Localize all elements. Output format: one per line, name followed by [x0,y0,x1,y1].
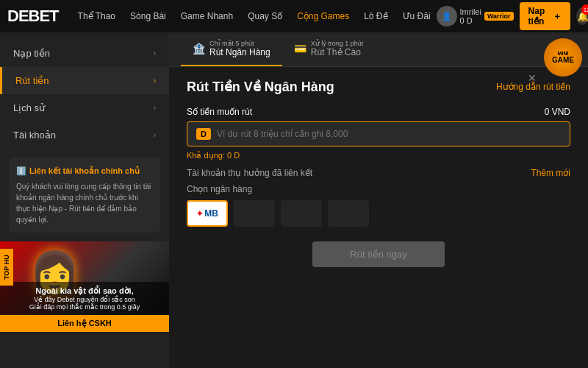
amount-input[interactable] [217,129,561,139]
tab-rut-the-cao-content: Xử lý trong 1 phút Rút Thẻ Cào [311,40,364,57]
banner-sub-text: Về đây Debet nguyên đổi sắc son [4,296,165,303]
main-wrap: Nạp tiền › Rút tiền › Lịch sử › Tài khoả… [0,32,588,368]
user-name-balance: Imrilei 0 D [460,7,481,25]
nap-tien-label: Nap tiền [528,6,551,26]
bank-list: ✦ MB [187,200,570,227]
tab-rut-ngan-hang-content: Chỉ mất 5 phút Rút Ngân Hàng [209,40,270,57]
chevron-right-icon-2: › [154,104,156,112]
nav-lo-de[interactable]: Lô Đề [358,8,393,24]
banner-sub2-text: Giải đáp mọi thắc mắc trong 0.5 giây [4,303,165,311]
user-info: 👤 Imrilei 0 D Warrior [437,6,514,26]
tab-rut-ngan-hang-label: Rút Ngân Hàng [209,47,270,57]
lien-he-button[interactable]: Liên hệ CSKH [0,315,169,332]
sidebar-info-title: ℹ️ Liên kết tài khoản chính chủ [16,165,153,177]
kha-dung-row: Khả dụng: 0 D [187,151,570,160]
tab-rut-the-cao-label: Rút Thẻ Cào [311,47,364,57]
sidebar-rut-tien-label: Rút tiền [15,75,49,86]
info-icon: ℹ️ [16,165,26,177]
tab-rut-ngan-hang[interactable]: 🏦 Chỉ mất 5 phút Rút Ngân Hàng [181,32,282,66]
chevron-right-icon: › [154,49,156,57]
bank-item-empty-2[interactable] [281,200,322,227]
mini-game-line1: MINI [558,51,569,56]
amount-value: 0 VND [545,107,570,117]
form-area: Rút Tiền Về Ngân Hàng Hướng dẫn rút tiền… [169,67,588,279]
bank-item-empty-3[interactable] [328,200,369,227]
plus-icon: ＋ [553,10,562,23]
banner-text: Ngoài kia vật đổi sao dời, Về đây Debet … [0,282,169,315]
top-hu-banner: TOP HU 👩 Ngoài kia vật đổi sao dời, Về đ… [0,241,169,332]
user-balance: 0 D [460,16,481,25]
sidebar-item-nap-tien[interactable]: Nạp tiền › [0,40,169,67]
sidebar-info-box: ℹ️ Liên kết tài khoản chính chủ Quý khác… [9,158,160,233]
them-moi-link[interactable]: Thêm mới [531,168,570,178]
sidebar-nap-tien-label: Nạp tiền [13,48,50,59]
bank-item-empty-1[interactable] [234,200,275,227]
topnav: DEBET Thể Thao Sòng Bài Game Nhanh Quay … [0,0,588,32]
tai-khoan-label: Tài khoản thụ hưởng đã liên kết [187,168,312,178]
card-icon: 💳 [294,43,306,54]
avatar: 👤 [437,6,457,26]
nav-right: 👤 Imrilei 0 D Warrior Nap tiền ＋ 🔔 12 [437,2,588,30]
form-title: Rút Tiền Về Ngân Hàng [187,79,334,95]
amount-label-text: Số tiền muốn rút [187,107,252,117]
banner-main-text: Ngoài kia vật đổi sao dời, [4,286,165,296]
tai-khoan-row: Tài khoản thụ hưởng đã liên kết Thêm mới [187,168,570,178]
logo-bet: BET [29,7,59,25]
close-icon[interactable]: ✕ [528,72,537,84]
nav-cong-games[interactable]: Cộng Games [291,8,355,24]
tab-bar: 🏦 Chỉ mất 5 phút Rút Ngân Hàng 💳 Xử lý t… [169,32,588,67]
logo-de: DE [7,7,29,25]
notification-icon[interactable]: 🔔 12 [576,7,588,25]
sidebar-lich-su-label: Lịch sử [13,102,45,113]
tab-rut-the-cao[interactable]: 💳 Xử lý trong 1 phút Rút Thẻ Cào [282,32,376,66]
kha-dung-label: Khả dụng: [187,151,225,160]
sidebar-tai-khoan-label: Tài khoản [13,130,56,141]
nav-the-thao[interactable]: Thể Thao [72,8,121,24]
nav-song-bai[interactable]: Sòng Bài [124,8,172,24]
amount-input-wrap[interactable]: D [187,121,570,146]
chevron-right-active-icon: › [154,77,156,85]
nav-game-nhanh[interactable]: Game Nhanh [175,8,239,24]
user-name: Imrilei [460,7,481,16]
bank-item-mb[interactable]: ✦ MB [187,200,228,227]
sidebar: Nạp tiền › Rút tiền › Lịch sử › Tài khoả… [0,32,169,368]
tab-rut-the-cao-sub: Xử lý trong 1 phút [311,40,364,47]
nav-quay-so[interactable]: Quay Số [242,8,288,24]
bank-icon: 🏦 [193,43,205,54]
mini-game-button[interactable]: MINI GAME [544,38,582,77]
top-hu-label: TOP HU [0,249,13,286]
content-area: MINI GAME 🏦 Chỉ mất 5 phút Rút Ngân Hàng… [169,32,588,368]
submit-button[interactable]: Rút tiền ngay [312,241,445,267]
sidebar-item-rut-tien[interactable]: Rút tiền › [0,67,169,94]
logo[interactable]: DEBET [7,7,59,26]
form-header: Rút Tiền Về Ngân Hàng Hướng dẫn rút tiền [187,79,570,95]
amount-field-label: Số tiền muốn rút 0 VND [187,107,570,117]
nav-links: Thể Thao Sòng Bài Game Nhanh Quay Số Cộn… [72,8,437,24]
mb-bank-logo: ✦ MB [196,208,218,219]
sidebar-item-lich-su[interactable]: Lịch sử › [0,94,169,121]
sidebar-info-body: Quý khách vui lòng cung cấp thông tin tà… [16,181,153,225]
warrior-badge: Warrior [484,12,514,21]
input-prefix: D [196,128,211,140]
banner-image: 👩 Ngoài kia vật đổi sao dời, Về đây Debe… [0,241,169,315]
chevron-right-icon-3: › [154,131,156,139]
tab-rut-ngan-hang-sub: Chỉ mất 5 phút [209,40,270,47]
mini-game-line2: GAME [552,56,574,64]
nav-uu-dai[interactable]: Ưu Đãi [397,8,437,24]
chon-ngan-hang-label: Chọn ngân hàng [187,184,570,194]
notif-badge: 12 [581,4,588,15]
nap-tien-button[interactable]: Nap tiền ＋ [520,2,571,30]
sidebar-item-tai-khoan[interactable]: Tài khoản › [0,121,169,149]
kha-dung-value: 0 D [227,151,240,160]
